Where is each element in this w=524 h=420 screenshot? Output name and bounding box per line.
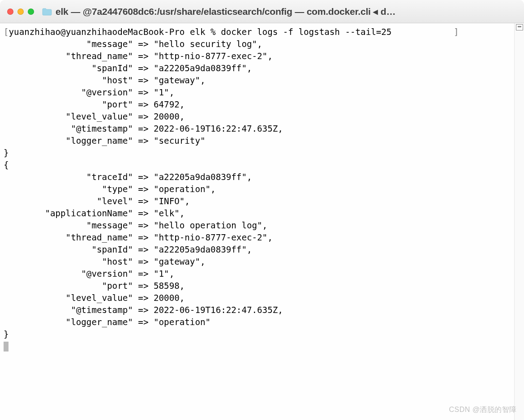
pane-layout-icon[interactable] <box>516 24 523 30</box>
traffic-lights <box>7 9 34 15</box>
content-area: [yuanzhihao@yuanzhihaodeMacBook-Pro elk … <box>0 23 524 420</box>
zoom-icon[interactable] <box>28 9 34 15</box>
terminal-cursor <box>4 342 9 351</box>
watermark-text: CSDN @洒脱的智障 <box>449 405 517 415</box>
window-title: elk — @7a2447608dc6:/usr/share/elasticse… <box>56 6 517 17</box>
close-icon[interactable] <box>7 9 13 15</box>
folder-icon <box>42 8 52 16</box>
right-gutter <box>514 23 524 420</box>
window-titlebar: elk — @7a2447608dc6:/usr/share/elasticse… <box>0 0 524 23</box>
minimize-icon[interactable] <box>17 9 24 15</box>
terminal-output[interactable]: [yuanzhihao@yuanzhihaodeMacBook-Pro elk … <box>0 23 514 420</box>
